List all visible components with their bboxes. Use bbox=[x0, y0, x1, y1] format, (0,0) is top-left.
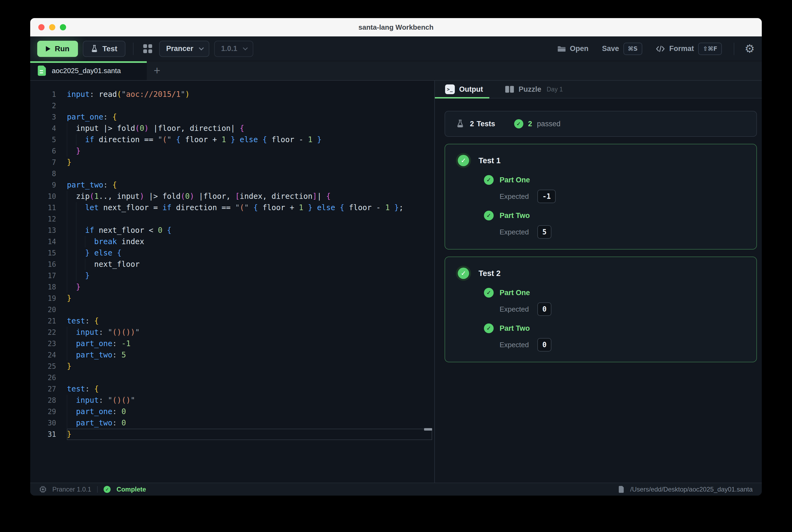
puzzle-tab-label: Puzzle bbox=[519, 85, 541, 94]
runtime-select[interactable]: Prancer bbox=[159, 41, 209, 57]
chevron-down-icon bbox=[199, 45, 204, 50]
code-line[interactable]: 21test: { bbox=[30, 316, 432, 327]
code-line[interactable]: 15 } else { bbox=[30, 247, 432, 259]
line-number: 17 bbox=[30, 270, 56, 281]
cpu-chip-icon bbox=[39, 486, 46, 493]
code-line[interactable]: 11 let next_floor = if direction == "(" … bbox=[30, 202, 432, 213]
code-line[interactable]: 7} bbox=[30, 157, 432, 168]
code-line[interactable]: 25} bbox=[30, 361, 432, 372]
line-number: 4 bbox=[30, 123, 56, 134]
part-passed-icon: ✓ bbox=[484, 211, 494, 221]
line-number: 16 bbox=[30, 259, 56, 270]
tab-output[interactable]: >_ Output bbox=[445, 81, 489, 98]
part-passed-icon: ✓ bbox=[484, 175, 494, 185]
line-number: 21 bbox=[30, 316, 56, 327]
test-part: ✓Part TwoExpected5 bbox=[484, 211, 746, 239]
line-number: 22 bbox=[30, 327, 56, 338]
part-label: Part One bbox=[500, 176, 530, 184]
scrollbar-thumb[interactable] bbox=[424, 428, 432, 431]
line-number: 6 bbox=[30, 146, 56, 157]
tests-summary-bar: 2 Tests ✓ 2 passed bbox=[445, 111, 757, 137]
line-number: 2 bbox=[30, 100, 56, 111]
tab-active-file[interactable]: aoc2025_day01.santa bbox=[30, 61, 147, 80]
version-select[interactable]: 1.0.1 bbox=[214, 41, 253, 57]
layout-grid-icon[interactable] bbox=[143, 44, 152, 53]
code-line[interactable]: 27test: { bbox=[30, 383, 432, 395]
test-title: Test 1 bbox=[479, 156, 501, 165]
code-line[interactable]: 2 bbox=[30, 100, 432, 111]
line-number: 7 bbox=[30, 157, 56, 168]
tests-count-label: Tests bbox=[477, 120, 495, 128]
passed-count: 2 bbox=[528, 120, 532, 128]
code-line[interactable]: 20 bbox=[30, 304, 432, 316]
code-line[interactable]: 18 } bbox=[30, 281, 432, 293]
format-button[interactable]: Format ⇧⌘F bbox=[656, 43, 722, 55]
status-state: Complete bbox=[117, 486, 146, 493]
app-window: santa-lang Workbench Run Test Prancer 1.… bbox=[30, 18, 762, 496]
output-tab-label: Output bbox=[459, 85, 483, 94]
test-results: ✓Test 1✓Part OneExpected-1✓Part TwoExpec… bbox=[445, 144, 757, 362]
code-editor[interactable]: 1input: read("aoc://2015/1")23part_one: … bbox=[30, 81, 434, 482]
tab-puzzle[interactable]: Puzzle Day 1 bbox=[505, 85, 563, 94]
test-title: Test 2 bbox=[479, 269, 501, 278]
flask-icon bbox=[91, 45, 98, 53]
run-button[interactable]: Run bbox=[37, 41, 78, 57]
titlebar: santa-lang Workbench bbox=[30, 18, 762, 36]
code-line[interactable]: 17 } bbox=[30, 270, 432, 281]
line-number: 12 bbox=[30, 213, 56, 225]
code-line[interactable]: 28 input: "()()" bbox=[30, 395, 432, 406]
code-line[interactable]: 10 zip(1.., input) |> fold(0) |floor, [i… bbox=[30, 191, 432, 202]
code-line[interactable]: 22 input: "()())" bbox=[30, 327, 432, 338]
status-bar: Prancer 1.0.1 ✓ Complete /Users/edd/Desk… bbox=[30, 482, 762, 496]
line-number: 31 bbox=[30, 429, 56, 440]
line-number: 26 bbox=[30, 372, 56, 383]
test-header: ✓Test 2 bbox=[456, 266, 746, 281]
part-label: Part Two bbox=[500, 211, 530, 220]
code-line[interactable]: 24 part_two: 5 bbox=[30, 349, 432, 361]
output-panel: >_ Output Puzzle Day 1 bbox=[435, 81, 762, 482]
code-line[interactable]: 29 part_one: 0 bbox=[30, 406, 432, 417]
code-lines: 1input: read("aoc://2015/1")23part_one: … bbox=[30, 89, 432, 440]
code-line[interactable]: 12 bbox=[30, 213, 432, 225]
expected-label: Expected bbox=[500, 228, 529, 236]
version-select-value: 1.0.1 bbox=[221, 44, 237, 53]
line-number: 25 bbox=[30, 361, 56, 372]
code-line[interactable]: 1input: read("aoc://2015/1") bbox=[30, 89, 432, 100]
save-button[interactable]: Save ⌘S bbox=[602, 43, 642, 55]
line-number: 3 bbox=[30, 111, 56, 123]
format-button-label: Format bbox=[669, 44, 694, 53]
expected-value-badge: -1 bbox=[537, 190, 556, 203]
code-line[interactable]: 8 bbox=[30, 168, 432, 179]
code-line[interactable]: 30 part_two: 0 bbox=[30, 417, 432, 429]
code-line[interactable]: 14 break index bbox=[30, 236, 432, 247]
expected-value-badge: 0 bbox=[537, 338, 552, 352]
status-runtime: Prancer 1.0.1 bbox=[52, 486, 91, 493]
chevron-down-icon bbox=[243, 45, 248, 50]
line-number: 28 bbox=[30, 395, 56, 406]
code-line[interactable]: 19} bbox=[30, 293, 432, 304]
folder-icon bbox=[558, 45, 566, 52]
tab-bar: aoc2025_day01.santa + bbox=[30, 61, 762, 81]
line-number: 15 bbox=[30, 247, 56, 259]
open-button[interactable]: Open bbox=[558, 44, 588, 53]
code-line[interactable]: 9part_two: { bbox=[30, 179, 432, 191]
code-line[interactable]: 3part_one: { bbox=[30, 111, 432, 123]
line-number: 24 bbox=[30, 349, 56, 361]
book-icon bbox=[505, 86, 514, 93]
output-content: 2 Tests ✓ 2 passed ✓Test 1✓Part OneExpec… bbox=[435, 98, 762, 482]
code-line[interactable]: 31} bbox=[30, 429, 432, 440]
save-button-label: Save bbox=[602, 44, 619, 53]
code-line[interactable]: 6 } bbox=[30, 146, 432, 157]
code-line[interactable]: 4 input |> fold(0) |floor, direction| { bbox=[30, 123, 432, 134]
line-number: 1 bbox=[30, 89, 56, 100]
code-line[interactable]: 5 if direction == "(" { floor + 1 } else… bbox=[30, 134, 432, 146]
window-title: santa-lang Workbench bbox=[30, 18, 762, 36]
code-line[interactable]: 23 part_one: -1 bbox=[30, 338, 432, 349]
code-line[interactable]: 16 next_floor bbox=[30, 259, 432, 270]
open-button-label: Open bbox=[570, 44, 588, 53]
code-line[interactable]: 13 if next_floor < 0 { bbox=[30, 225, 432, 236]
test-button[interactable]: Test bbox=[83, 41, 125, 57]
settings-gear-icon[interactable]: ⚙ bbox=[745, 42, 755, 55]
new-tab-button[interactable]: + bbox=[147, 61, 167, 80]
code-line[interactable]: 26 bbox=[30, 372, 432, 383]
